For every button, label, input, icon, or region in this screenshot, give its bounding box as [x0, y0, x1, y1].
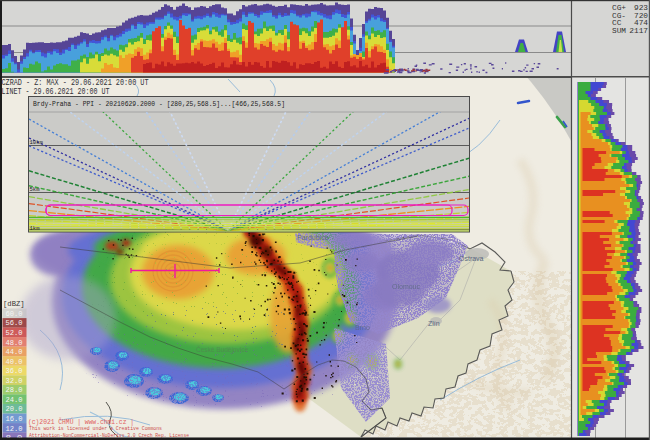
svg-text:Zlín: Zlín	[428, 320, 440, 327]
svg-text:2117: 2117	[629, 27, 648, 35]
svg-text:44.0: 44.0	[6, 348, 23, 356]
svg-text:SUM: SUM	[612, 27, 626, 35]
svg-text:5km: 5km	[30, 186, 41, 193]
svg-text:28.0: 28.0	[6, 386, 23, 394]
svg-text:LINET - 29.06.2021 20:00 UT: LINET - 29.06.2021 20:00 UT	[2, 87, 110, 97]
svg-text:1km: 1km	[30, 225, 41, 232]
svg-text:CZRAD - Z: MAX - 29.06.2021 20: CZRAD - Z: MAX - 29.06.2021 20:00 UT	[2, 78, 149, 88]
svg-text:32.0: 32.0	[6, 377, 23, 385]
svg-text:Pardubice: Pardubice	[297, 234, 329, 241]
svg-text:40.0: 40.0	[6, 358, 23, 366]
svg-text:Brno: Brno	[355, 324, 370, 331]
svg-text:56.0: 56.0	[6, 319, 23, 327]
svg-text:60.0: 60.0	[6, 310, 23, 318]
svg-text:16.0: 16.0	[6, 415, 23, 423]
svg-text:48.0: 48.0	[6, 339, 23, 347]
svg-text:12.0: 12.0	[6, 425, 23, 433]
svg-text:Ostrava: Ostrava	[459, 255, 484, 262]
svg-text:36.0: 36.0	[6, 367, 23, 375]
svg-text:České Budějovice: České Budějovice	[196, 345, 248, 354]
svg-text:20.0: 20.0	[6, 405, 23, 413]
svg-text:52.0: 52.0	[6, 329, 23, 337]
svg-text:Brdy-Praha - PPI - 20210629.20: Brdy-Praha - PPI - 20210629.2000 - [280,…	[33, 101, 285, 108]
svg-text:24.0: 24.0	[6, 396, 23, 404]
svg-text:[dBZ]: [dBZ]	[3, 300, 25, 308]
svg-text:Olomouc: Olomouc	[392, 283, 421, 290]
svg-text:10km: 10km	[30, 139, 44, 146]
